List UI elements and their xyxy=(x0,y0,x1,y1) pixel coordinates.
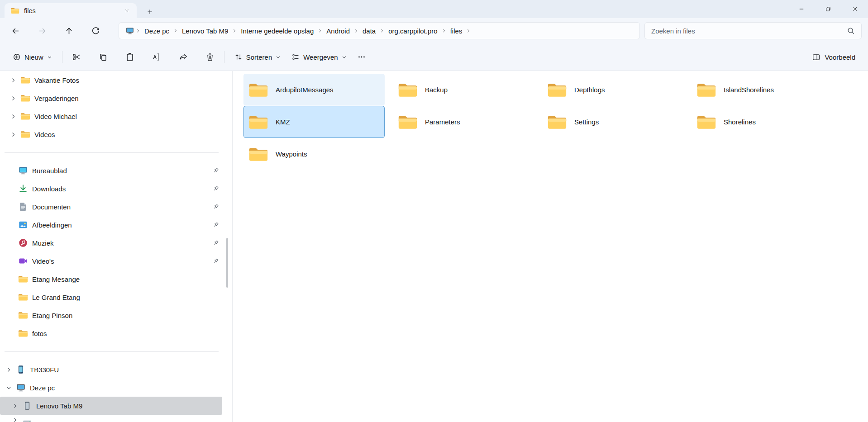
minimize-button[interactable] xyxy=(788,0,815,18)
sidebar-item-vakantie-fotos[interactable]: Vakantie Fotos xyxy=(0,71,222,89)
chevron-right-icon[interactable] xyxy=(10,95,16,101)
folder-icon xyxy=(398,81,418,98)
chevron-down-icon xyxy=(342,55,347,60)
close-button[interactable] xyxy=(841,0,868,18)
folder-icon xyxy=(696,81,716,98)
chevron-right-icon[interactable] xyxy=(10,77,16,83)
sidebar-item-downloads[interactable]: Downloads xyxy=(0,180,222,198)
sort-button[interactable]: Sorteren xyxy=(229,48,286,66)
sidebar-item-muziek[interactable]: Muziek xyxy=(0,234,222,252)
pin-icon[interactable] xyxy=(212,167,219,174)
folder-tile-parameters[interactable]: Parameters xyxy=(393,106,534,138)
sidebar-item-lenovo-tab-m9[interactable]: Lenovo Tab M9 xyxy=(0,397,222,415)
sidebar-item-etang-pinson[interactable]: Etang Pinson xyxy=(0,306,222,324)
breadcrumb-files[interactable]: files xyxy=(448,27,465,35)
breadcrumb-android[interactable]: Android xyxy=(324,27,353,35)
download-icon xyxy=(18,184,28,194)
sidebar-item-video-michael[interactable]: Video Michael xyxy=(0,107,222,125)
forward-button[interactable] xyxy=(33,22,51,39)
up-button[interactable] xyxy=(60,22,77,39)
chevron-right-icon[interactable] xyxy=(12,417,18,422)
view-button[interactable]: Weergeven xyxy=(286,48,352,66)
sidebar-item-device[interactable] xyxy=(0,415,222,422)
breadcrumb-interne-gedeelde-opslag[interactable]: Interne gedeelde opslag xyxy=(238,27,316,35)
chevron-right-icon[interactable] xyxy=(10,132,16,138)
chevron-down-icon[interactable] xyxy=(6,385,12,391)
sidebar-item-label: Lenovo Tab M9 xyxy=(36,402,82,410)
pin-icon[interactable] xyxy=(212,203,219,210)
paste-icon xyxy=(125,52,134,62)
monitor-icon xyxy=(16,383,26,393)
share-button[interactable] xyxy=(174,48,193,66)
folder-tile-waypoints[interactable]: Waypoints xyxy=(243,138,385,170)
folder-tile-depthlogs[interactable]: Depthlogs xyxy=(542,74,683,106)
more-button[interactable] xyxy=(352,48,371,66)
sidebar-item-etang-mesange[interactable]: Etang Mesange xyxy=(0,270,222,288)
folder-grid: ArdupilotMessagesBackupDepthlogsIslandSh… xyxy=(233,71,868,170)
refresh-button[interactable] xyxy=(87,22,104,39)
chevron-right-icon[interactable] xyxy=(12,403,18,409)
new-tab-button[interactable] xyxy=(144,6,156,18)
sidebar-list: Vakantie FotosVergaderingenVideo Michael… xyxy=(0,71,232,422)
breadcrumb-data[interactable]: data xyxy=(360,27,378,35)
more-icon xyxy=(357,52,366,62)
chevron-right-icon xyxy=(232,28,237,33)
sidebar-item-vergaderingen[interactable]: Vergaderingen xyxy=(0,89,222,107)
address-bar[interactable]: Deze pcLenovo Tab M9Interne gedeelde ops… xyxy=(119,22,640,39)
copy-button[interactable] xyxy=(94,48,113,66)
tab-files[interactable]: files xyxy=(5,3,137,18)
breadcrumb-org-carppilot-pro[interactable]: org.carppilot.pro xyxy=(386,27,440,35)
sidebar-item-label: Video's xyxy=(32,257,54,265)
pin-icon[interactable] xyxy=(212,185,219,192)
folder-tile-islandshorelines[interactable]: IslandShorelines xyxy=(692,74,833,106)
pin-icon[interactable] xyxy=(212,221,219,228)
breadcrumb-lenovo-tab-m9[interactable]: Lenovo Tab M9 xyxy=(179,27,231,35)
pin-icon[interactable] xyxy=(212,239,219,247)
folder-name: Depthlogs xyxy=(574,86,605,94)
preview-toggle[interactable]: Voorbeeld xyxy=(806,48,861,66)
folder-tile-ardupilotmessages[interactable]: ArdupilotMessages xyxy=(243,74,385,106)
folder-tile-backup[interactable]: Backup xyxy=(393,74,534,106)
search-input[interactable] xyxy=(651,27,847,35)
paste-button[interactable] xyxy=(120,48,139,66)
new-button[interactable]: Nieuw xyxy=(7,48,57,66)
sidebar-scrollbar[interactable] xyxy=(226,238,228,288)
view-button-label: Weergeven xyxy=(303,53,338,61)
sidebar-item-documenten[interactable]: Documenten xyxy=(0,198,222,216)
back-button[interactable] xyxy=(7,22,24,39)
sidebar-item-video-s[interactable]: Video's xyxy=(0,252,222,270)
sidebar-item-videos[interactable]: Videos xyxy=(0,125,222,143)
folder-icon xyxy=(20,75,30,85)
folder-tile-kmz[interactable]: KMZ xyxy=(243,106,385,138)
sidebar-item-afbeeldingen[interactable]: Afbeeldingen xyxy=(0,216,222,234)
folder-tile-shorelines[interactable]: Shorelines xyxy=(692,106,833,138)
sidebar-item-le-grand-etang[interactable]: Le Grand Etang xyxy=(0,288,222,306)
arrow-left-icon xyxy=(11,27,20,35)
rename-button[interactable] xyxy=(147,48,166,66)
titlebar: files xyxy=(0,0,868,18)
chevron-right-icon[interactable] xyxy=(10,114,16,119)
rename-icon xyxy=(152,52,161,62)
toolbar: Nieuw Sorteren Weergeven Voorbeeld xyxy=(0,43,868,71)
tab-close-button[interactable] xyxy=(121,5,132,16)
sidebar-item-deze-pc[interactable]: Deze pc xyxy=(0,379,222,397)
sidebar-item-fotos[interactable]: fotos xyxy=(0,324,222,342)
maximize-button[interactable] xyxy=(815,0,841,18)
sidebar-item-label: Bureaublad xyxy=(32,167,67,175)
pictures-icon xyxy=(18,220,28,230)
sidebar-item-bureaublad[interactable]: Bureaublad xyxy=(0,161,222,180)
folder-name: IslandShorelines xyxy=(724,86,774,94)
cut-button[interactable] xyxy=(67,48,86,66)
sidebar-item-label: Documenten xyxy=(32,203,71,211)
search-box[interactable] xyxy=(644,22,862,39)
folder-tile-settings[interactable]: Settings xyxy=(542,106,683,138)
pin-icon[interactable] xyxy=(212,257,219,265)
chevron-right-icon[interactable] xyxy=(6,367,12,373)
sidebar-item-label: Downloads xyxy=(32,185,66,193)
file-list-panel: ArdupilotMessagesBackupDepthlogsIslandSh… xyxy=(233,71,868,422)
trash-icon xyxy=(205,52,215,62)
sidebar-item-tb330fu[interactable]: TB330FU xyxy=(0,360,222,379)
search-icon[interactable] xyxy=(847,27,855,35)
breadcrumb-deze-pc[interactable]: Deze pc xyxy=(142,27,172,35)
delete-button[interactable] xyxy=(200,48,219,66)
